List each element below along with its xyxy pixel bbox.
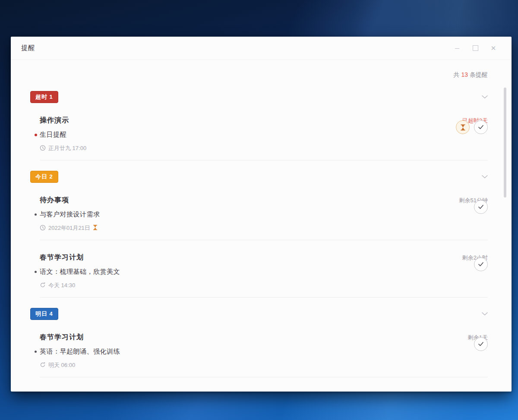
window-title: 提醒 xyxy=(21,44,35,52)
reminder-item[interactable]: 春节学习计划 剩余2小时 语文：梳理基础，欣赏美文 今天 14:30 xyxy=(30,240,488,297)
summary-prefix: 共 xyxy=(453,71,459,78)
group-header-tomorrow: 明日 4 xyxy=(30,308,488,320)
reminder-subtitle: 生日提醒 xyxy=(40,131,66,139)
reminder-title: 待办事项 xyxy=(40,196,69,205)
group-header-today: 今日 2 xyxy=(30,171,488,183)
reminder-count-summary: 共13条提醒 xyxy=(30,71,488,79)
reminder-subtitle: 与客户对接设计需求 xyxy=(40,210,100,219)
reminder-time: 今天 14:30 xyxy=(48,282,75,289)
group-header-overdue: 超时 1 xyxy=(30,91,488,103)
tomorrow-badge: 明日 4 xyxy=(30,308,58,320)
bullet-dot xyxy=(35,271,37,273)
reminder-time: 2022年01月21日 xyxy=(48,224,90,232)
scrollbar[interactable] xyxy=(504,88,506,197)
bullet-dot xyxy=(35,134,37,136)
reminder-title: 春节学习计划 xyxy=(40,333,84,342)
titlebar: 提醒 ─ ✕ xyxy=(11,37,512,60)
summary-count: 13 xyxy=(461,71,468,78)
bullet-dot xyxy=(35,213,37,216)
reminder-subtitle: 英语：早起朗诵、强化训练 xyxy=(40,348,120,356)
chevron-down-icon[interactable] xyxy=(482,175,488,179)
reminder-item[interactable]: 春节学习计划 剩余1天 英语：早起朗诵、强化训练 明天 06:00 xyxy=(30,320,488,377)
reminder-subtitle: 语文：梳理基础，欣赏美文 xyxy=(40,268,120,276)
reminder-title: 春节学习计划 xyxy=(40,253,84,262)
overdue-badge: 超时 1 xyxy=(30,91,58,103)
chevron-down-icon[interactable] xyxy=(482,312,488,316)
reminder-time: 明天 06:00 xyxy=(48,361,75,369)
minimize-icon[interactable]: ─ xyxy=(454,45,461,52)
close-icon[interactable]: ✕ xyxy=(490,45,497,52)
complete-check-button[interactable] xyxy=(474,120,488,134)
clock-icon xyxy=(40,225,46,232)
complete-check-button[interactable] xyxy=(474,200,488,214)
hourglass-icon xyxy=(93,225,98,232)
divider xyxy=(40,377,488,377)
reminder-item[interactable]: 待办事项 剩余51分钟 与客户对接设计需求 2022年01月21日 xyxy=(30,183,488,240)
bullet-dot xyxy=(35,351,37,353)
divider xyxy=(40,160,488,160)
repeat-icon xyxy=(40,282,46,289)
repeat-icon xyxy=(40,362,46,369)
clock-icon xyxy=(40,145,46,152)
maximize-icon[interactable] xyxy=(472,45,479,52)
complete-check-button[interactable] xyxy=(474,257,488,271)
reminder-title: 操作演示 xyxy=(40,116,69,125)
reminder-item[interactable]: 操作演示 已超时2天 生日提醒 正月廿九 17:00 xyxy=(30,103,488,160)
reminder-list: 共13条提醒 超时 1 操作演示 已超时2天 生日提醒 正月廿九 17:00 xyxy=(11,71,512,377)
complete-check-button[interactable] xyxy=(474,337,488,351)
snooze-hourglass-button[interactable] xyxy=(456,120,470,134)
reminder-time: 正月廿九 17:00 xyxy=(48,144,86,152)
summary-suffix: 条提醒 xyxy=(470,71,488,78)
reminder-window: 提醒 ─ ✕ 共13条提醒 超时 1 操作演示 已超时2天 生日提醒 xyxy=(11,37,512,392)
chevron-down-icon[interactable] xyxy=(482,95,488,99)
divider xyxy=(40,297,488,298)
window-controls: ─ ✕ xyxy=(454,45,497,52)
today-badge: 今日 2 xyxy=(30,171,58,183)
